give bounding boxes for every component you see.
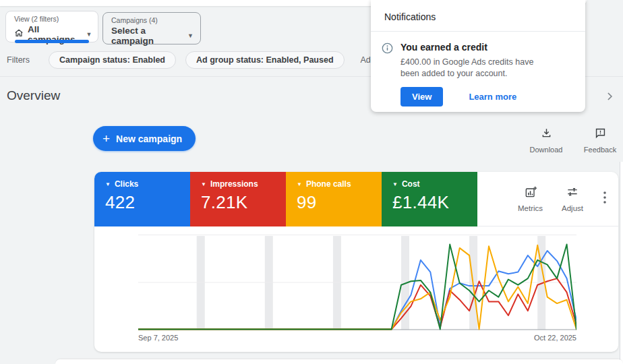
scorecard-phone-calls[interactable]: ▼Phone calls 99 xyxy=(286,172,382,226)
download-icon xyxy=(540,127,553,142)
metrics-button[interactable]: Metrics xyxy=(518,185,543,212)
campaign-selector-label: Campaigns (4) xyxy=(111,16,194,24)
feedback-button[interactable]: Feedback xyxy=(581,127,619,154)
scorecard-impressions[interactable]: ▼Impressions 7.21K xyxy=(190,172,286,226)
adjust-sliders-icon xyxy=(566,185,579,202)
filters-label: Filters xyxy=(7,55,30,65)
new-campaign-label: New campaign xyxy=(116,133,182,144)
scorecard-label: Cost xyxy=(402,179,420,189)
info-icon xyxy=(382,42,400,107)
home-icon xyxy=(14,28,24,40)
next-section-card-edge xyxy=(55,359,623,364)
overview-performance-card: ▼Clicks 422 ▼Impressions 7.21K ▼Phone ca… xyxy=(94,172,618,352)
notifications-panel: Notifications You earned a credit £400.0… xyxy=(371,0,585,112)
scorecard-label: Phone calls xyxy=(306,179,351,189)
chevron-right-icon[interactable] xyxy=(603,90,616,103)
view-selector-label: View (2 filters) xyxy=(14,15,91,23)
chevron-down-icon: ▼ xyxy=(297,181,302,187)
campaign-selector-value: Select a campaign xyxy=(111,26,177,46)
view-button[interactable]: View xyxy=(400,87,443,107)
adjust-button[interactable]: Adjust xyxy=(562,185,583,212)
scorecard-row: ▼Clicks 422 ▼Impressions 7.21K ▼Phone ca… xyxy=(94,172,618,226)
download-button[interactable]: Download xyxy=(527,127,565,154)
scorecard-value: 7.21K xyxy=(201,192,275,213)
scorecard-label: Impressions xyxy=(210,179,258,189)
filter-chip-campaign-status[interactable]: Campaign status: Enabled xyxy=(49,51,176,69)
adjacent-card-edge xyxy=(620,162,623,364)
metrics-label: Metrics xyxy=(518,204,543,212)
notification-title: You earned a credit xyxy=(400,42,552,53)
active-view-indicator xyxy=(15,40,89,43)
scorecard-clicks[interactable]: ▼Clicks 422 xyxy=(94,172,190,226)
page-title: Overview xyxy=(7,88,60,103)
scorecard-value: 422 xyxy=(105,192,179,213)
view-selector[interactable]: View (2 filters) All campaigns ▼ xyxy=(5,11,98,42)
chevron-down-icon: ▼ xyxy=(392,181,398,187)
scorecard-value: £1.44K xyxy=(392,192,467,213)
page-tools: Download Feedback xyxy=(527,127,619,154)
plus-icon: + xyxy=(102,132,110,145)
scorecard-label: Clicks xyxy=(115,179,138,189)
chevron-down-icon: ▼ xyxy=(105,181,111,187)
learn-more-link[interactable]: Learn more xyxy=(469,92,516,102)
feedback-icon xyxy=(594,127,607,142)
chevron-down-icon: ▼ xyxy=(181,32,194,39)
more-options-icon[interactable] xyxy=(602,189,607,209)
notification-item: You earned a credit £400.00 in Google Ad… xyxy=(371,32,585,107)
campaign-selector[interactable]: Campaigns (4) Select a campaign ▼ xyxy=(102,12,201,44)
download-label: Download xyxy=(530,146,563,154)
filter-chip-ad-group-status[interactable]: Ad group status: Enabled, Paused xyxy=(185,51,345,69)
filters-bar: Filters Campaign status: Enabled Ad grou… xyxy=(7,51,394,69)
x-axis-end-label: Oct 22, 2025 xyxy=(534,334,576,342)
chevron-down-icon: ▼ xyxy=(201,181,206,187)
performance-chart[interactable]: Sep 7, 2025 Oct 22, 2025 xyxy=(94,227,618,352)
scorecard-value: 99 xyxy=(297,192,371,213)
metrics-icon xyxy=(524,185,537,202)
chart-canvas[interactable] xyxy=(138,235,576,330)
chevron-down-icon: ▼ xyxy=(80,31,92,38)
scorecard-cost[interactable]: ▼Cost £1.44K xyxy=(382,172,477,226)
notifications-title: Notifications xyxy=(371,0,585,31)
new-campaign-button[interactable]: + New campaign xyxy=(93,126,196,151)
notification-body: £400.00 in Google Ads credits have been … xyxy=(400,57,552,80)
adjust-label: Adjust xyxy=(562,204,583,212)
x-axis-start-label: Sep 7, 2025 xyxy=(138,334,178,342)
feedback-label: Feedback xyxy=(584,146,616,154)
